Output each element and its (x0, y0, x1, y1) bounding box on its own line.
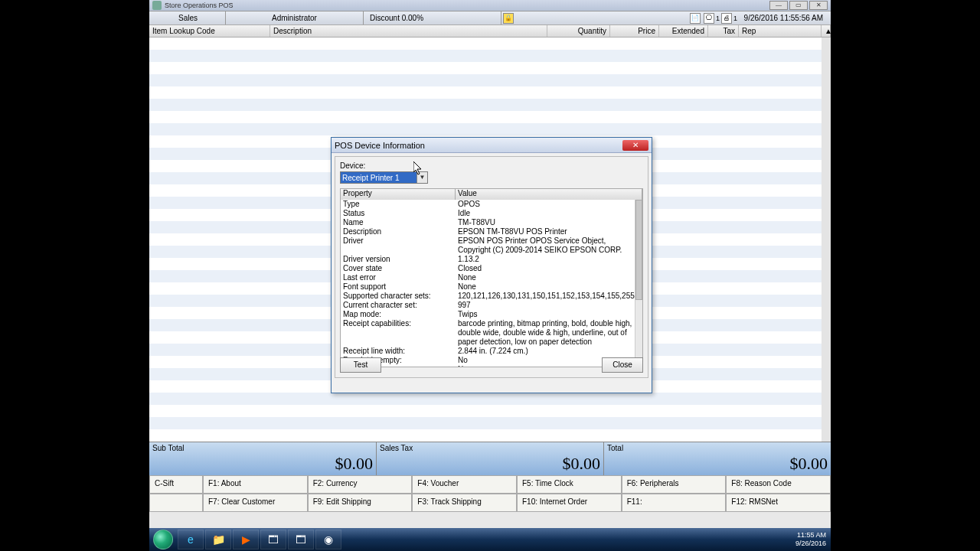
system-tray[interactable]: 11:55 AM 9/26/2016 (791, 531, 831, 548)
ie-icon[interactable]: e (178, 530, 204, 549)
property-row[interactable]: Receipt line width:2.844 in. (7.224 cm.) (341, 347, 642, 356)
fkey-f7[interactable]: F7: Clear Customer (203, 494, 308, 512)
property-row[interactable]: Cover stateClosed (341, 264, 642, 273)
col-item-lookup[interactable]: Item Lookup Code (149, 25, 270, 37)
property-row[interactable]: Current character set:997 (341, 301, 642, 310)
property-row[interactable]: Font supportNone (341, 282, 642, 292)
property-name: Type (343, 200, 458, 209)
property-name: Last error (343, 273, 458, 282)
property-row[interactable]: Driver version1.13.2 (341, 255, 642, 264)
fkey-f5[interactable]: F5: Time Clock (517, 475, 622, 494)
col-value[interactable]: Value (456, 189, 642, 200)
col-property[interactable]: Property (341, 189, 456, 200)
col-extended[interactable]: Extended (659, 25, 708, 37)
property-name: Receipt capabilities: (343, 319, 458, 347)
fkey-f9[interactable]: F9: Edit Shipping (308, 494, 413, 512)
media-icon[interactable]: ▶ (233, 530, 259, 549)
fkey-f3[interactable]: F3: Track Shipping (412, 494, 517, 512)
property-row[interactable]: StatusIdle (341, 209, 642, 218)
salestax-value: $0.00 (563, 454, 601, 474)
totals-bar: Sub Total $0.00 Sales Tax $0.00 Total $0… (149, 442, 831, 475)
property-value: EPSON POS Printer OPOS Service Object, C… (458, 236, 640, 255)
receipt-icon[interactable]: 📄 (690, 13, 701, 24)
task-app2-icon[interactable]: 🗔 (288, 530, 314, 549)
total-value: $0.00 (790, 454, 828, 474)
property-grid-body[interactable]: TypeOPOSStatusIdleNameTM-T88VUDescriptio… (341, 200, 642, 367)
col-quantity[interactable]: Quantity (547, 25, 610, 37)
fkey-f4[interactable]: F4: Voucher (412, 475, 517, 494)
fkey-f2[interactable]: F2: Currency (308, 475, 413, 494)
tray-date: 9/26/2016 (795, 540, 826, 548)
property-row[interactable]: Receipt capabilities:barcode printing, b… (341, 319, 642, 347)
total-label: Total (607, 444, 623, 452)
test-button[interactable]: Test (340, 357, 381, 373)
user-cell[interactable]: Administrator (226, 11, 364, 24)
property-name: Description (343, 227, 458, 236)
property-scrollbar[interactable] (635, 200, 642, 367)
property-name: Driver version (343, 255, 458, 264)
col-rep[interactable]: Rep (739, 25, 822, 37)
grid-scrollbar-head[interactable]: ▲ (822, 25, 831, 37)
discount-cell[interactable]: Discount 0.00% (364, 11, 501, 24)
fkey-f12[interactable]: F12: RMSNet (726, 494, 831, 512)
property-value: 1.13.2 (458, 255, 640, 264)
printer-icon[interactable]: 🖨 (721, 13, 732, 24)
task-app1-icon[interactable]: 🗔 (260, 530, 286, 549)
property-name: Supported character sets: (343, 292, 458, 301)
property-value: None (458, 273, 640, 282)
property-name: Receipt line width: (343, 347, 458, 356)
minimize-button[interactable]: — (769, 1, 788, 10)
property-name: Font support (343, 282, 458, 292)
maximize-button[interactable]: ▭ (789, 1, 808, 10)
property-name: Map mode: (343, 310, 458, 319)
explorer-icon[interactable]: 📁 (205, 530, 231, 549)
app-title: Store Operations POS (165, 2, 234, 9)
property-value: TM-T88VU (458, 218, 640, 227)
property-row[interactable]: DescriptionEPSON TM-T88VU POS Printer (341, 227, 642, 236)
start-button[interactable] (149, 528, 177, 551)
fkey-f6[interactable]: F6: Peripherals (622, 475, 727, 494)
property-row[interactable]: DriverEPSON POS Printer OPOS Service Obj… (341, 236, 642, 255)
app-icon (152, 1, 162, 10)
property-value: None (458, 282, 640, 292)
display-num: 1 (716, 15, 720, 22)
dialog-titlebar[interactable]: POS Device Information ✕ (332, 138, 652, 153)
fkey-f8[interactable]: F8: Reason Code (726, 475, 831, 494)
property-value: OPOS (458, 200, 640, 209)
subtotal-label: Sub Total (152, 444, 185, 452)
property-value: Twips (458, 310, 640, 319)
property-name: Current character set: (343, 301, 458, 310)
property-row[interactable]: Last errorNone (341, 273, 642, 282)
fkey-f1[interactable]: F1: About (203, 475, 308, 494)
col-tax[interactable]: Tax (708, 25, 739, 37)
lock-icon[interactable]: 🔒 (503, 13, 514, 24)
property-row[interactable]: TypeOPOS (341, 200, 642, 209)
close-button[interactable]: Close (602, 357, 643, 373)
property-value: barcode printing, bitmap printing, bold,… (458, 319, 640, 347)
fkey-f10[interactable]: F10: Internet Order (517, 494, 622, 512)
dialog-close-button[interactable]: ✕ (622, 140, 648, 151)
chevron-down-icon[interactable]: ▼ (416, 172, 427, 183)
close-button[interactable]: ✕ (809, 1, 828, 10)
subtotal-box: Sub Total $0.00 (149, 442, 377, 475)
property-value: Closed (458, 264, 640, 273)
property-row[interactable]: Map mode:Twips (341, 310, 642, 319)
dialog-title: POS Device Information (335, 141, 425, 150)
fkey-csift[interactable]: C-Sift (149, 475, 203, 494)
mode-cell[interactable]: Sales (151, 11, 226, 24)
salestax-box: Sales Tax $0.00 (377, 442, 604, 475)
fkey-f11[interactable]: F11: (622, 494, 727, 512)
device-select[interactable]: Receipt Printer 1 ▼ (340, 171, 428, 184)
salestax-label: Sales Tax (380, 444, 413, 452)
function-keys: C-Sift F1: About F2: Currency F4: Vouche… (149, 475, 831, 512)
windows-icon (153, 530, 173, 549)
display-icon[interactable]: 🖵 (704, 13, 714, 24)
property-row[interactable]: NameTM-T88VU (341, 218, 642, 227)
taskbar: e 📁 ▶ 🗔 🗔 ◉ 11:55 AM 9/26/2016 (149, 528, 831, 551)
col-price[interactable]: Price (610, 25, 659, 37)
property-row[interactable]: Supported character sets:120,121,126,130… (341, 292, 642, 301)
chrome-icon[interactable]: ◉ (315, 530, 341, 549)
col-description[interactable]: Description (270, 25, 547, 37)
property-name: Cover state (343, 264, 458, 273)
property-name: Name (343, 218, 458, 227)
